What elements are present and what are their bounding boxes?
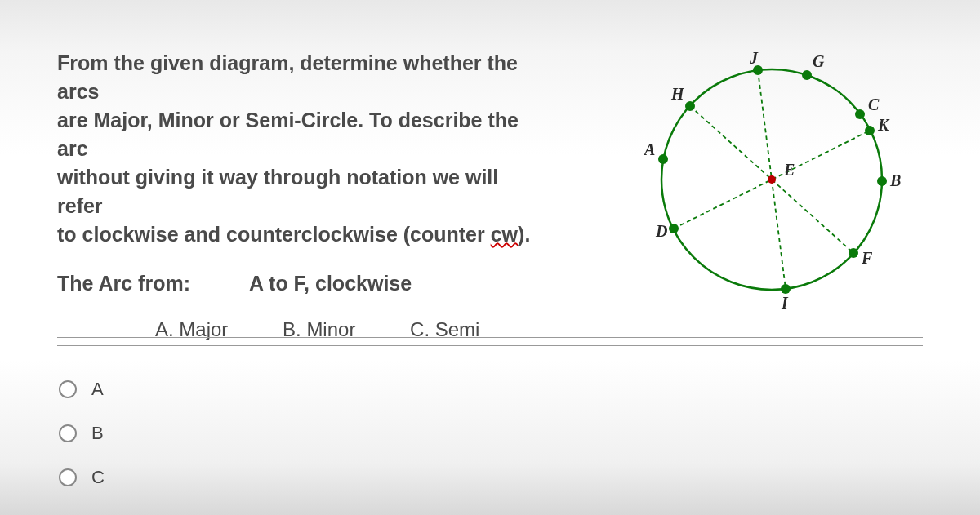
label-H: H [670, 85, 685, 103]
label-C: C [868, 95, 880, 113]
arc-from-label: The Arc from: [57, 272, 249, 295]
answer-options: A B C [59, 367, 105, 499]
svg-point-4 [768, 175, 776, 184]
svg-point-11 [877, 176, 887, 186]
svg-point-12 [669, 224, 679, 233]
answer-c-label: C [91, 467, 105, 488]
label-J: J [749, 49, 759, 67]
svg-point-13 [849, 248, 858, 258]
label-G: G [813, 52, 825, 70]
answer-option-c[interactable]: C [59, 455, 105, 499]
label-F: F [861, 249, 873, 267]
arc-value: A to F, clockwise [249, 272, 412, 295]
circle-diagram: E J G H C K A B D F I [629, 49, 906, 318]
svg-point-9 [865, 126, 875, 135]
radio-b[interactable] [59, 424, 77, 442]
label-A: A [643, 140, 655, 158]
label-B: B [889, 171, 901, 189]
instruction-line4c: ). [518, 223, 530, 246]
answer-option-b[interactable]: B [59, 411, 105, 455]
instruction-underlined: cw [491, 223, 518, 246]
label-D: D [655, 222, 667, 240]
question-instruction: From the given diagram, determine whethe… [57, 49, 539, 249]
instruction-line1: From the given diagram, determine whethe… [57, 51, 518, 103]
label-E: E [783, 161, 795, 179]
radio-c[interactable] [59, 468, 77, 486]
divider-2 [57, 345, 923, 346]
answer-b-label: B [91, 423, 104, 444]
label-I: I [781, 294, 789, 312]
divider-1 [57, 337, 923, 338]
answer-option-a[interactable]: A [59, 367, 105, 411]
instruction-line2: are Major, Minor or Semi-Circle. To desc… [57, 109, 519, 160]
svg-point-14 [781, 284, 791, 294]
svg-point-8 [855, 109, 865, 119]
label-K: K [877, 116, 890, 134]
svg-point-10 [658, 154, 668, 164]
svg-point-7 [685, 101, 695, 111]
svg-point-6 [802, 70, 812, 80]
answer-a-label: A [91, 379, 104, 400]
instruction-line4a: to clockwise and counterclockwise (count… [57, 223, 491, 246]
radio-a[interactable] [59, 380, 77, 398]
instruction-line3: without giving it way through notation w… [57, 166, 498, 217]
